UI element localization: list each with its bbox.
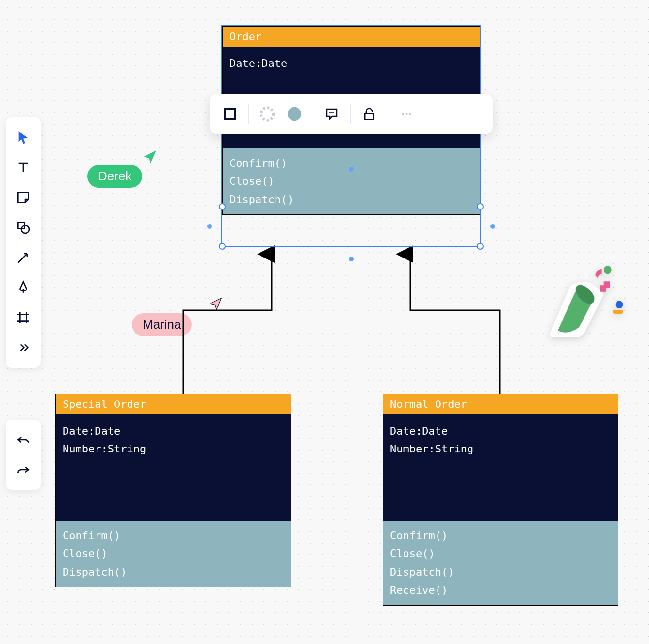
uml-class-title: Special Order (56, 394, 291, 414)
history-toolbar (6, 420, 41, 490)
uml-class-methods: Confirm() Close() Dispatch() (56, 521, 291, 587)
uml-attribute: Date:Date (63, 422, 284, 440)
uml-class-title: Order (223, 27, 480, 47)
divider (313, 104, 313, 124)
uml-attribute: Number:String (63, 440, 284, 458)
collaborator-marina-badge: Marina (132, 313, 192, 336)
svg-point-9 (604, 266, 612, 274)
uml-class-methods: Confirm() Close() Dispatch() Receive() (383, 521, 618, 605)
uml-attribute: Date:Date (229, 54, 473, 72)
party-popper-sticker[interactable] (548, 259, 626, 337)
collaborator-label: Marina (143, 317, 181, 332)
redo-button[interactable] (11, 455, 36, 485)
uml-method: Dispatch() (229, 191, 473, 209)
collaborator-derek-badge: Derek (87, 165, 142, 188)
svg-point-10 (616, 301, 623, 308)
uml-attribute: Number:String (390, 440, 611, 458)
comment-button[interactable] (320, 102, 343, 126)
connector-tool[interactable] (11, 242, 36, 273)
cursor-tool[interactable] (11, 122, 36, 152)
uml-class-methods: Confirm() Close() Dispatch() (223, 148, 480, 214)
uml-attribute: Date:Date (390, 422, 611, 440)
shape-tool[interactable] (11, 212, 36, 242)
svg-rect-11 (613, 310, 623, 314)
uml-method: Close() (229, 172, 473, 190)
border-style-button[interactable] (256, 102, 279, 126)
shape-style-button[interactable] (218, 102, 242, 126)
divider (248, 104, 249, 124)
svg-point-4 (288, 107, 301, 121)
uml-method: Close() (63, 545, 284, 563)
svg-point-5 (402, 113, 404, 115)
selection-context-bar (210, 94, 493, 134)
derek-cursor-icon (142, 148, 158, 167)
uml-class-attributes: Date:Date Number:String (56, 414, 291, 521)
uml-method: Dispatch() (390, 563, 611, 581)
svg-rect-2 (225, 109, 235, 119)
uml-class-special-order[interactable]: Special Order Date:Date Number:String Co… (55, 394, 291, 587)
marina-cursor-icon (209, 296, 223, 313)
sticky-note-tool[interactable] (11, 182, 36, 212)
svg-point-6 (406, 113, 408, 115)
uml-class-attributes: Date:Date Number:String (383, 414, 618, 521)
svg-point-3 (261, 108, 274, 120)
main-toolbar (6, 117, 41, 368)
uml-class-normal-order[interactable]: Normal Order Date:Date Number:String Con… (383, 394, 618, 606)
svg-point-7 (409, 113, 411, 115)
uml-method: Close() (390, 545, 611, 563)
uml-method: Receive() (390, 581, 611, 599)
pen-tool[interactable] (11, 273, 36, 303)
more-options-button[interactable] (395, 102, 418, 126)
uml-class-title: Normal Order (383, 394, 618, 414)
uml-method: Confirm() (229, 154, 473, 172)
uml-method: Confirm() (390, 527, 611, 545)
more-tools[interactable] (11, 333, 36, 363)
frame-tool[interactable] (11, 303, 36, 333)
fill-color-button[interactable] (283, 102, 306, 126)
text-tool[interactable] (11, 152, 36, 182)
lock-button[interactable] (357, 102, 381, 126)
collaborator-label: Derek (98, 169, 131, 183)
divider (388, 104, 388, 124)
undo-button[interactable] (11, 425, 36, 455)
divider (350, 104, 351, 124)
uml-method: Confirm() (63, 527, 284, 545)
uml-method: Dispatch() (63, 563, 284, 581)
